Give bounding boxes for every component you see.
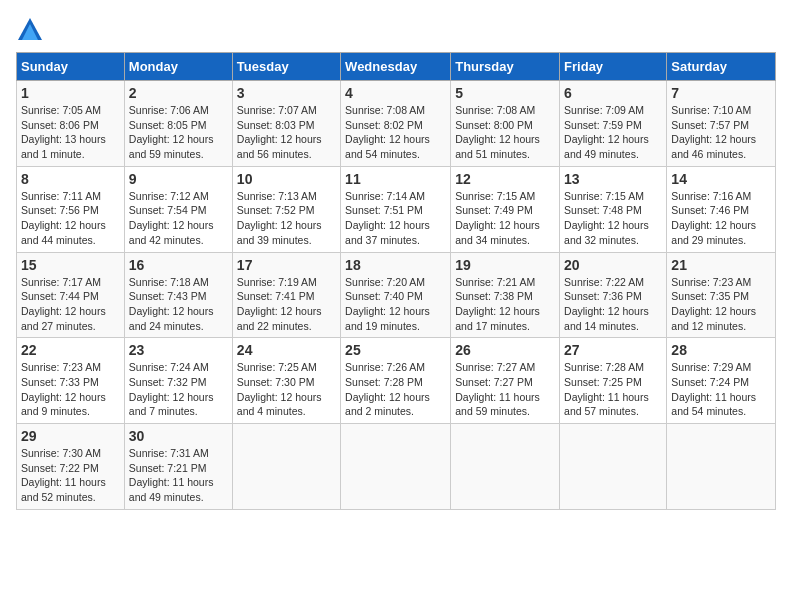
logo-icon: [16, 16, 44, 44]
calendar-week-row: 29 Sunrise: 7:30 AM Sunset: 7:22 PM Dayl…: [17, 424, 776, 510]
day-info: Sunrise: 7:19 AM Sunset: 7:41 PM Dayligh…: [237, 275, 336, 334]
calendar-cell: 11 Sunrise: 7:14 AM Sunset: 7:51 PM Dayl…: [341, 166, 451, 252]
calendar-cell: 29 Sunrise: 7:30 AM Sunset: 7:22 PM Dayl…: [17, 424, 125, 510]
calendar-cell: [667, 424, 776, 510]
calendar-cell: 13 Sunrise: 7:15 AM Sunset: 7:48 PM Dayl…: [560, 166, 667, 252]
day-info: Sunrise: 7:16 AM Sunset: 7:46 PM Dayligh…: [671, 189, 771, 248]
calendar-cell: 10 Sunrise: 7:13 AM Sunset: 7:52 PM Dayl…: [232, 166, 340, 252]
day-number: 28: [671, 342, 771, 358]
day-info: Sunrise: 7:05 AM Sunset: 8:06 PM Dayligh…: [21, 103, 120, 162]
calendar-cell: [451, 424, 560, 510]
day-info: Sunrise: 7:13 AM Sunset: 7:52 PM Dayligh…: [237, 189, 336, 248]
day-number: 19: [455, 257, 555, 273]
calendar-cell: 1 Sunrise: 7:05 AM Sunset: 8:06 PM Dayli…: [17, 81, 125, 167]
calendar-cell: 3 Sunrise: 7:07 AM Sunset: 8:03 PM Dayli…: [232, 81, 340, 167]
day-number: 16: [129, 257, 228, 273]
day-number: 13: [564, 171, 662, 187]
calendar-cell: 18 Sunrise: 7:20 AM Sunset: 7:40 PM Dayl…: [341, 252, 451, 338]
day-info: Sunrise: 7:07 AM Sunset: 8:03 PM Dayligh…: [237, 103, 336, 162]
weekday-header-row: SundayMondayTuesdayWednesdayThursdayFrid…: [17, 53, 776, 81]
day-number: 1: [21, 85, 120, 101]
weekday-header: Friday: [560, 53, 667, 81]
day-number: 23: [129, 342, 228, 358]
day-number: 20: [564, 257, 662, 273]
calendar-cell: 16 Sunrise: 7:18 AM Sunset: 7:43 PM Dayl…: [124, 252, 232, 338]
day-info: Sunrise: 7:28 AM Sunset: 7:25 PM Dayligh…: [564, 360, 662, 419]
calendar-cell: 22 Sunrise: 7:23 AM Sunset: 7:33 PM Dayl…: [17, 338, 125, 424]
calendar-week-row: 8 Sunrise: 7:11 AM Sunset: 7:56 PM Dayli…: [17, 166, 776, 252]
day-info: Sunrise: 7:25 AM Sunset: 7:30 PM Dayligh…: [237, 360, 336, 419]
day-number: 14: [671, 171, 771, 187]
calendar-cell: 17 Sunrise: 7:19 AM Sunset: 7:41 PM Dayl…: [232, 252, 340, 338]
day-number: 9: [129, 171, 228, 187]
day-number: 26: [455, 342, 555, 358]
calendar-cell: 25 Sunrise: 7:26 AM Sunset: 7:28 PM Dayl…: [341, 338, 451, 424]
calendar-table: SundayMondayTuesdayWednesdayThursdayFrid…: [16, 52, 776, 510]
day-number: 5: [455, 85, 555, 101]
calendar-cell: 5 Sunrise: 7:08 AM Sunset: 8:00 PM Dayli…: [451, 81, 560, 167]
calendar-cell: 19 Sunrise: 7:21 AM Sunset: 7:38 PM Dayl…: [451, 252, 560, 338]
calendar-cell: 12 Sunrise: 7:15 AM Sunset: 7:49 PM Dayl…: [451, 166, 560, 252]
day-info: Sunrise: 7:20 AM Sunset: 7:40 PM Dayligh…: [345, 275, 446, 334]
day-number: 8: [21, 171, 120, 187]
calendar-cell: [341, 424, 451, 510]
calendar-week-row: 1 Sunrise: 7:05 AM Sunset: 8:06 PM Dayli…: [17, 81, 776, 167]
weekday-header: Saturday: [667, 53, 776, 81]
calendar-cell: 15 Sunrise: 7:17 AM Sunset: 7:44 PM Dayl…: [17, 252, 125, 338]
weekday-header: Monday: [124, 53, 232, 81]
day-info: Sunrise: 7:27 AM Sunset: 7:27 PM Dayligh…: [455, 360, 555, 419]
calendar-week-row: 22 Sunrise: 7:23 AM Sunset: 7:33 PM Dayl…: [17, 338, 776, 424]
calendar-cell: 27 Sunrise: 7:28 AM Sunset: 7:25 PM Dayl…: [560, 338, 667, 424]
day-info: Sunrise: 7:11 AM Sunset: 7:56 PM Dayligh…: [21, 189, 120, 248]
day-info: Sunrise: 7:29 AM Sunset: 7:24 PM Dayligh…: [671, 360, 771, 419]
weekday-header: Tuesday: [232, 53, 340, 81]
day-number: 6: [564, 85, 662, 101]
day-number: 25: [345, 342, 446, 358]
day-info: Sunrise: 7:21 AM Sunset: 7:38 PM Dayligh…: [455, 275, 555, 334]
day-info: Sunrise: 7:09 AM Sunset: 7:59 PM Dayligh…: [564, 103, 662, 162]
calendar-cell: 23 Sunrise: 7:24 AM Sunset: 7:32 PM Dayl…: [124, 338, 232, 424]
day-number: 30: [129, 428, 228, 444]
calendar-cell: 2 Sunrise: 7:06 AM Sunset: 8:05 PM Dayli…: [124, 81, 232, 167]
day-info: Sunrise: 7:14 AM Sunset: 7:51 PM Dayligh…: [345, 189, 446, 248]
day-number: 24: [237, 342, 336, 358]
day-info: Sunrise: 7:08 AM Sunset: 8:00 PM Dayligh…: [455, 103, 555, 162]
calendar-cell: 28 Sunrise: 7:29 AM Sunset: 7:24 PM Dayl…: [667, 338, 776, 424]
day-number: 15: [21, 257, 120, 273]
day-info: Sunrise: 7:30 AM Sunset: 7:22 PM Dayligh…: [21, 446, 120, 505]
day-number: 3: [237, 85, 336, 101]
calendar-cell: 7 Sunrise: 7:10 AM Sunset: 7:57 PM Dayli…: [667, 81, 776, 167]
day-info: Sunrise: 7:31 AM Sunset: 7:21 PM Dayligh…: [129, 446, 228, 505]
day-info: Sunrise: 7:08 AM Sunset: 8:02 PM Dayligh…: [345, 103, 446, 162]
day-number: 21: [671, 257, 771, 273]
day-number: 17: [237, 257, 336, 273]
calendar-cell: 8 Sunrise: 7:11 AM Sunset: 7:56 PM Dayli…: [17, 166, 125, 252]
day-info: Sunrise: 7:15 AM Sunset: 7:48 PM Dayligh…: [564, 189, 662, 248]
day-number: 29: [21, 428, 120, 444]
calendar-cell: 6 Sunrise: 7:09 AM Sunset: 7:59 PM Dayli…: [560, 81, 667, 167]
calendar-cell: 9 Sunrise: 7:12 AM Sunset: 7:54 PM Dayli…: [124, 166, 232, 252]
day-number: 12: [455, 171, 555, 187]
day-info: Sunrise: 7:06 AM Sunset: 8:05 PM Dayligh…: [129, 103, 228, 162]
day-info: Sunrise: 7:10 AM Sunset: 7:57 PM Dayligh…: [671, 103, 771, 162]
calendar-cell: [560, 424, 667, 510]
day-number: 7: [671, 85, 771, 101]
calendar-cell: 26 Sunrise: 7:27 AM Sunset: 7:27 PM Dayl…: [451, 338, 560, 424]
weekday-header: Sunday: [17, 53, 125, 81]
day-info: Sunrise: 7:22 AM Sunset: 7:36 PM Dayligh…: [564, 275, 662, 334]
day-info: Sunrise: 7:17 AM Sunset: 7:44 PM Dayligh…: [21, 275, 120, 334]
weekday-header: Thursday: [451, 53, 560, 81]
page-header: [16, 16, 776, 44]
calendar-cell: 4 Sunrise: 7:08 AM Sunset: 8:02 PM Dayli…: [341, 81, 451, 167]
logo: [16, 16, 48, 44]
day-number: 22: [21, 342, 120, 358]
calendar-cell: 20 Sunrise: 7:22 AM Sunset: 7:36 PM Dayl…: [560, 252, 667, 338]
day-info: Sunrise: 7:23 AM Sunset: 7:35 PM Dayligh…: [671, 275, 771, 334]
weekday-header: Wednesday: [341, 53, 451, 81]
calendar-cell: 14 Sunrise: 7:16 AM Sunset: 7:46 PM Dayl…: [667, 166, 776, 252]
calendar-cell: [232, 424, 340, 510]
day-number: 2: [129, 85, 228, 101]
calendar-cell: 30 Sunrise: 7:31 AM Sunset: 7:21 PM Dayl…: [124, 424, 232, 510]
calendar-week-row: 15 Sunrise: 7:17 AM Sunset: 7:44 PM Dayl…: [17, 252, 776, 338]
day-info: Sunrise: 7:12 AM Sunset: 7:54 PM Dayligh…: [129, 189, 228, 248]
